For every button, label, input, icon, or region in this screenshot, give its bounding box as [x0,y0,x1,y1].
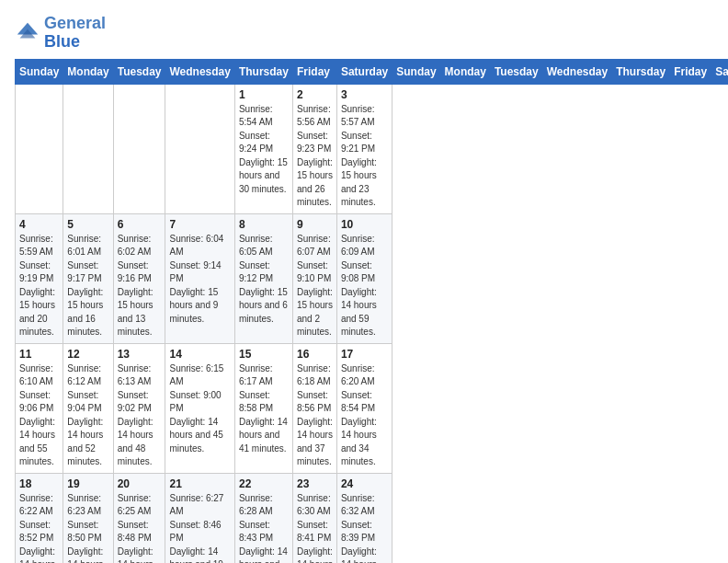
calendar-cell: 23 Sunrise: 6:30 AMSunset: 8:41 PMDaylig… [292,473,336,563]
calendar-cell: 9 Sunrise: 6:07 AMSunset: 9:10 PMDayligh… [292,213,336,343]
day-number: 12 [67,348,108,361]
calendar-cell: 7 Sunrise: 6:04 AMSunset: 9:14 PMDayligh… [165,213,234,343]
page-header: General Blue [15,15,713,52]
day-info: Sunrise: 6:04 AMSunset: 9:14 PMDaylight:… [169,233,230,327]
header-day-tuesday: Tuesday [490,59,542,84]
calendar-cell: 11 Sunrise: 6:10 AMSunset: 9:06 PMDaylig… [16,343,63,473]
day-number: 8 [239,218,289,231]
day-info: Sunrise: 6:18 AMSunset: 8:56 PMDaylight:… [297,362,333,469]
calendar-cell: 3 Sunrise: 5:57 AMSunset: 9:21 PMDayligh… [336,84,392,213]
calendar-cell [113,84,165,213]
day-number: 6 [118,218,162,231]
header-wednesday: Wednesday [165,59,234,84]
day-info: Sunrise: 5:54 AMSunset: 9:24 PMDaylight:… [239,103,289,197]
day-number: 11 [19,348,59,361]
day-info: Sunrise: 6:20 AMSunset: 8:54 PMDaylight:… [341,362,388,469]
day-number: 5 [67,218,108,231]
calendar-cell: 12 Sunrise: 6:12 AMSunset: 9:04 PMDaylig… [63,343,113,473]
day-info: Sunrise: 6:30 AMSunset: 8:41 PMDaylight:… [297,492,333,563]
calendar-cell: 20 Sunrise: 6:25 AMSunset: 8:48 PMDaylig… [113,473,165,563]
day-number: 7 [169,218,230,231]
calendar-cell: 24 Sunrise: 6:32 AMSunset: 8:39 PMDaylig… [336,473,392,563]
day-info: Sunrise: 6:13 AMSunset: 9:02 PMDaylight:… [118,362,162,469]
day-info: Sunrise: 6:09 AMSunset: 9:08 PMDaylight:… [341,233,388,339]
day-info: Sunrise: 6:25 AMSunset: 8:48 PMDaylight:… [118,492,162,563]
header-sunday: Sunday [16,59,63,84]
day-number: 3 [341,88,388,101]
calendar-cell: 18 Sunrise: 6:22 AMSunset: 8:52 PMDaylig… [16,473,63,563]
logo-icon [15,20,40,46]
calendar-cell: 22 Sunrise: 6:28 AMSunset: 8:43 PMDaylig… [234,473,292,563]
day-number: 23 [297,477,333,490]
calendar-cell: 19 Sunrise: 6:23 AMSunset: 8:50 PMDaylig… [63,473,113,563]
day-number: 24 [341,477,388,490]
day-number: 15 [239,348,289,361]
day-info: Sunrise: 6:15 AMSunset: 9:00 PMDaylight:… [169,362,230,456]
day-info: Sunrise: 6:28 AMSunset: 8:43 PMDaylight:… [239,492,289,563]
calendar-cell: 2 Sunrise: 5:56 AMSunset: 9:23 PMDayligh… [292,84,336,213]
week-row-2: 4 Sunrise: 5:59 AMSunset: 9:19 PMDayligh… [16,213,729,343]
calendar-cell: 6 Sunrise: 6:02 AMSunset: 9:16 PMDayligh… [113,213,165,343]
calendar-cell: 4 Sunrise: 5:59 AMSunset: 9:19 PMDayligh… [16,213,63,343]
day-info: Sunrise: 6:23 AMSunset: 8:50 PMDaylight:… [67,492,108,563]
calendar-cell [16,84,63,213]
day-number: 14 [169,348,230,361]
day-info: Sunrise: 6:02 AMSunset: 9:16 PMDaylight:… [118,233,162,339]
header-saturday: Saturday [336,59,392,84]
calendar-table: SundayMondayTuesdayWednesdayThursdayFrid… [15,59,728,563]
day-number: 21 [169,477,230,490]
day-number: 20 [118,477,162,490]
calendar-cell [165,84,234,213]
day-number: 17 [341,348,388,361]
calendar-cell: 15 Sunrise: 6:17 AMSunset: 8:58 PMDaylig… [234,343,292,473]
day-info: Sunrise: 5:57 AMSunset: 9:21 PMDaylight:… [341,103,388,210]
day-info: Sunrise: 6:22 AMSunset: 8:52 PMDaylight:… [19,492,59,563]
header-thursday: Thursday [234,59,292,84]
calendar-header-row: SundayMondayTuesdayWednesdayThursdayFrid… [16,59,729,84]
header-day-friday: Friday [670,59,711,84]
day-number: 4 [19,218,59,231]
header-day-thursday: Thursday [612,59,670,84]
calendar-cell: 10 Sunrise: 6:09 AMSunset: 9:08 PMDaylig… [336,213,392,343]
day-info: Sunrise: 6:01 AMSunset: 9:17 PMDaylight:… [67,233,108,339]
day-info: Sunrise: 6:07 AMSunset: 9:10 PMDaylight:… [297,233,333,339]
week-row-3: 11 Sunrise: 6:10 AMSunset: 9:06 PMDaylig… [16,343,729,473]
day-number: 13 [118,348,162,361]
calendar-cell: 14 Sunrise: 6:15 AMSunset: 9:00 PMDaylig… [165,343,234,473]
header-tuesday: Tuesday [113,59,165,84]
day-number: 9 [297,218,333,231]
header-day-saturday: Saturday [711,59,728,84]
calendar-cell: 1 Sunrise: 5:54 AMSunset: 9:24 PMDayligh… [234,84,292,213]
week-row-4: 18 Sunrise: 6:22 AMSunset: 8:52 PMDaylig… [16,473,729,563]
day-number: 19 [67,477,108,490]
header-friday: Friday [292,59,336,84]
calendar-cell: 5 Sunrise: 6:01 AMSunset: 9:17 PMDayligh… [63,213,113,343]
logo-text: General Blue [44,15,106,52]
day-info: Sunrise: 6:32 AMSunset: 8:39 PMDaylight:… [341,492,388,563]
day-number: 16 [297,348,333,361]
day-info: Sunrise: 6:10 AMSunset: 9:06 PMDaylight:… [19,362,59,469]
logo: General Blue [15,15,106,52]
day-number: 1 [239,88,289,101]
day-number: 2 [297,88,333,101]
day-info: Sunrise: 5:59 AMSunset: 9:19 PMDaylight:… [19,233,59,339]
week-row-1: 1 Sunrise: 5:54 AMSunset: 9:24 PMDayligh… [16,84,729,213]
day-number: 18 [19,477,59,490]
header-monday: Monday [63,59,113,84]
day-info: Sunrise: 5:56 AMSunset: 9:23 PMDaylight:… [297,103,333,210]
day-info: Sunrise: 6:05 AMSunset: 9:12 PMDaylight:… [239,233,289,327]
calendar-cell: 13 Sunrise: 6:13 AMSunset: 9:02 PMDaylig… [113,343,165,473]
calendar-cell: 21 Sunrise: 6:27 AMSunset: 8:46 PMDaylig… [165,473,234,563]
calendar-cell: 17 Sunrise: 6:20 AMSunset: 8:54 PMDaylig… [336,343,392,473]
header-day-monday: Monday [440,59,490,84]
day-info: Sunrise: 6:12 AMSunset: 9:04 PMDaylight:… [67,362,108,469]
day-number: 22 [239,477,289,490]
header-day-wednesday: Wednesday [542,59,611,84]
day-number: 10 [341,218,388,231]
day-info: Sunrise: 6:17 AMSunset: 8:58 PMDaylight:… [239,362,289,456]
header-day-sunday: Sunday [392,59,440,84]
calendar-cell: 16 Sunrise: 6:18 AMSunset: 8:56 PMDaylig… [292,343,336,473]
calendar-cell: 8 Sunrise: 6:05 AMSunset: 9:12 PMDayligh… [234,213,292,343]
day-info: Sunrise: 6:27 AMSunset: 8:46 PMDaylight:… [169,492,230,563]
calendar-cell [63,84,113,213]
